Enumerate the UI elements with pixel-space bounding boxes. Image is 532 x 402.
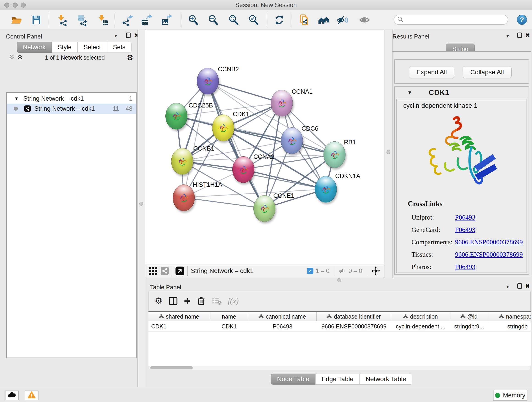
left-splitter-handle[interactable] [139,202,143,206]
horizontal-splitter[interactable] [145,278,532,282]
tab-style[interactable]: Style [52,42,78,53]
column-header-database-identifier[interactable]: database identifier [317,312,391,321]
column-header-name[interactable]: name [210,312,248,321]
network-node-RB1[interactable] [323,141,346,168]
table-row[interactable]: CDK1 CDK1 P06493 9606.ENSP00000378699 cy… [148,321,531,332]
save-session-button[interactable] [30,14,43,26]
column-header-canonical-name[interactable]: canonical name [248,312,317,321]
left-splitter[interactable] [138,30,145,387]
panel-float-icon[interactable] [517,283,522,289]
network-node-CDKN1A[interactable] [315,176,337,203]
grid-view-icon[interactable] [149,267,157,275]
help-button[interactable]: ? [517,15,527,25]
hide-graphics-details-button[interactable] [336,14,349,26]
panel-float-icon[interactable] [517,32,522,38]
panel-menu-icon[interactable]: ▾ [506,33,509,39]
network-node-CDK1[interactable] [212,115,234,141]
center-view-crosshair-icon[interactable] [371,266,380,275]
tab-node-table[interactable]: Node Table [271,374,316,385]
preview-button[interactable] [358,14,371,26]
network-node-CCNB2[interactable] [197,68,219,95]
table-horizontal-scrollbar[interactable] [149,366,530,370]
warnings-button[interactable] [25,390,38,400]
column-header-id[interactable]: @id [450,312,488,321]
panel-menu-icon[interactable]: ▾ [114,33,117,39]
collapse-all-button[interactable]: Collapse All [462,66,512,78]
tab-network-table[interactable]: Network Table [360,374,412,385]
right-splitter[interactable] [384,30,393,278]
expand-all-networks-icon[interactable] [17,54,23,61]
scrollbar-thumb[interactable] [150,366,193,370]
crosslink-value-link[interactable]: P06493 [455,263,475,271]
panel-close-icon[interactable]: ✖ [525,32,530,39]
network-node-CCNB1[interactable] [171,148,193,175]
zoom-out-button[interactable] [207,14,219,26]
column-header-namespace[interactable]: namespace [488,312,531,321]
delete-column-trash-icon[interactable] [196,296,206,306]
collection-expand-icon[interactable]: ▼ [14,96,19,101]
detach-view-icon[interactable] [176,267,184,275]
network-node-CCNE1[interactable] [253,195,275,222]
cell-namespace[interactable]: stringdb [488,321,531,332]
network-row[interactable]: String Network – cdk1 11 48 [7,104,136,114]
expand-all-button[interactable]: Expand All [409,66,454,78]
zoom-selected-region-button[interactable] [247,14,260,26]
panel-menu-icon[interactable]: ▾ [506,284,509,290]
cell-id[interactable]: stringdb:9... [450,321,488,332]
network-node-CCNA1[interactable] [271,90,293,116]
export-image-button[interactable] [160,14,172,26]
add-column-icon[interactable]: + [184,297,191,305]
crosslink-value-link[interactable]: 9606.ENSP00000378699 [455,238,523,246]
apply-preferred-layout-button[interactable] [273,14,285,26]
export-network-button[interactable] [121,14,133,26]
cell-shared-name[interactable]: CDK1 [148,321,210,332]
cell-name[interactable]: CDK1 [210,321,248,332]
search-input[interactable] [405,16,508,23]
import-table-from-file-button[interactable] [96,14,109,26]
network-collection-row[interactable]: ▼ String Network – cdk1 1 [7,94,136,104]
cell-database-identifier[interactable]: 9606.ENSP00000378699 [317,321,391,332]
crosslink-value-link[interactable]: P06493 [455,214,475,221]
show-home-button[interactable] [318,14,330,26]
network-node-CDC6[interactable] [281,128,303,154]
network-options-gear-icon[interactable]: ⚙ [127,54,133,61]
gene-entry-header[interactable]: ▼ CDK1 [395,87,529,98]
column-header-shared-name[interactable]: shared name [148,312,210,321]
horizontal-splitter-handle[interactable] [337,278,341,282]
tab-sets[interactable]: Sets [107,42,132,53]
network-edge-HIST1H1A-CCNE1[interactable] [184,198,264,208]
memory-button[interactable]: Memory [493,390,527,401]
copy-network-button[interactable] [298,14,311,26]
network-node-CCNA2[interactable] [232,156,254,183]
network-edge-CCNA2-CDKN1A[interactable] [243,169,326,189]
network-node-CDC25B[interactable] [165,103,187,129]
export-table-button[interactable] [140,14,152,26]
collapse-all-networks-icon[interactable] [9,54,15,61]
crosslink-value-link[interactable]: 9606.ENSP00000378699 [455,251,523,258]
cell-canonical-name[interactable]: P06493 [248,321,317,332]
network-edge-CCNB2-CCNA1[interactable] [208,81,282,103]
tab-edge-table[interactable]: Edge Table [316,374,360,385]
crosslink-value-link[interactable]: P06493 [455,226,475,234]
network-view-canvas[interactable]: CCNB2CCNA1CDC25BCDK1CDC6RB1CCNB1CCNA2CDK… [145,30,384,264]
tab-select[interactable]: Select [78,42,107,53]
import-network-from-database-button[interactable] [76,14,88,26]
hidden-eye-slash-icon[interactable] [338,268,346,274]
column-header-description[interactable]: description [391,312,450,321]
zoom-fit-content-button[interactable] [227,14,240,26]
panel-close-icon[interactable]: ✖ [525,283,530,289]
panel-float-icon[interactable] [126,32,131,38]
entry-collapse-icon[interactable]: ▼ [407,90,412,95]
network-node-HIST1H1A[interactable] [173,185,195,211]
network-edge-CCNB2-CCNE1[interactable] [208,81,264,208]
table-options-gear-icon[interactable]: ⚙ [155,297,162,305]
show-columns-icon[interactable] [168,296,178,306]
right-splitter-handle[interactable] [386,150,390,154]
network-list-view-icon[interactable] [161,267,169,275]
open-session-button[interactable] [11,14,23,26]
network-edge-CCNB2-HIST1H1A[interactable] [184,81,208,198]
zoom-in-button[interactable] [187,14,199,26]
search-field[interactable] [394,15,508,25]
import-network-from-file-button[interactable] [56,14,69,26]
tab-network[interactable]: Network [17,42,52,53]
